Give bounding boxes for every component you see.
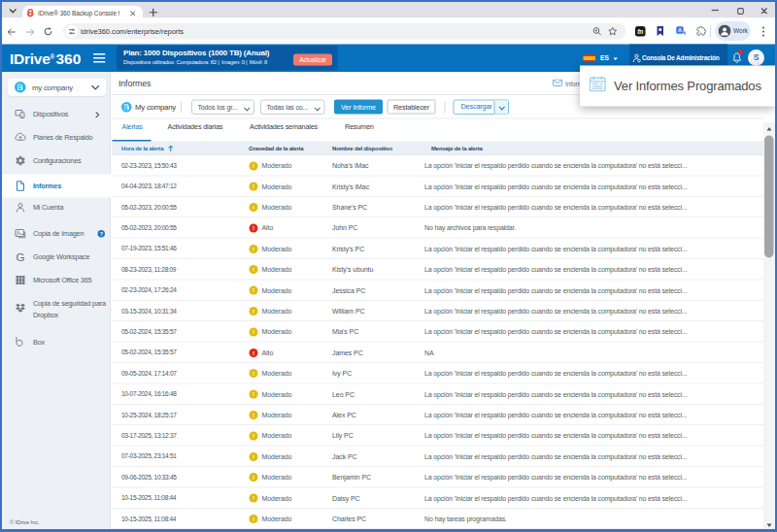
svg-text:A: A bbox=[678, 27, 682, 33]
svg-text:G: G bbox=[17, 251, 25, 263]
